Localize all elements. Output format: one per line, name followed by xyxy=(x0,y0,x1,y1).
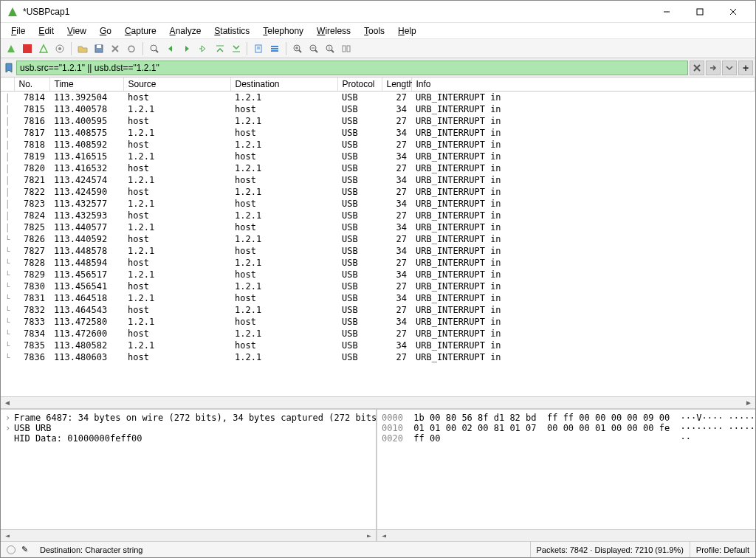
svg-text:1: 1 xyxy=(328,46,331,50)
add-filter-button[interactable]: + xyxy=(738,61,753,75)
packet-list[interactable]: No. Time Source Destination Protocol Len… xyxy=(1,78,755,396)
go-to-packet-icon[interactable] xyxy=(196,41,210,56)
packet-row[interactable]: └7830113.456541host1.2.1USB27URB_INTERRU… xyxy=(1,280,755,292)
menu-help[interactable]: Help xyxy=(392,24,422,38)
packet-details-pane[interactable]: ›Frame 6487: 34 bytes on wire (272 bits)… xyxy=(1,410,377,541)
restart-capture-icon[interactable] xyxy=(36,41,51,56)
packet-row[interactable]: │7816113.400595host1.2.1USB27URB_INTERRU… xyxy=(1,115,755,127)
statusbar: ✎ Destination: Character string Packets:… xyxy=(1,541,755,557)
colorize-icon[interactable] xyxy=(267,41,282,56)
status-packets: Packets: 7842 · Displayed: 7210 (91.9%) xyxy=(531,542,690,557)
svg-line-23 xyxy=(299,50,301,52)
bookmark-icon[interactable] xyxy=(3,61,15,75)
apply-filter-icon[interactable] xyxy=(706,61,721,75)
titlebar: *USBPcap1 xyxy=(1,1,755,23)
zoom-in-icon[interactable] xyxy=(290,41,305,56)
save-file-icon[interactable] xyxy=(92,41,106,56)
svg-line-27 xyxy=(315,50,317,52)
menu-edit[interactable]: Edit xyxy=(32,24,60,38)
details-usb-line[interactable]: USB URB xyxy=(14,423,52,433)
go-last-icon[interactable] xyxy=(228,41,243,56)
svg-rect-1 xyxy=(697,9,703,15)
packet-row[interactable]: │7821113.4245741.2.1hostUSB34URB_INTERRU… xyxy=(1,174,755,186)
packet-row[interactable]: └7828113.448594host1.2.1USB27URB_INTERRU… xyxy=(1,257,755,269)
menu-file[interactable]: File xyxy=(5,24,31,38)
menu-wireless[interactable]: Wireless xyxy=(311,24,357,38)
hex-line[interactable]: 0020 ff 00 ·· xyxy=(382,433,756,444)
edit-icon[interactable]: ✎ xyxy=(21,545,28,554)
details-hid-line[interactable]: HID Data: 01000000feff00 xyxy=(14,433,142,444)
reload-icon[interactable] xyxy=(124,41,139,56)
capture-options-icon[interactable] xyxy=(52,41,67,56)
find-packet-icon[interactable] xyxy=(147,41,162,56)
packet-row[interactable]: │7825113.4405771.2.1hostUSB34URB_INTERRU… xyxy=(1,221,755,233)
open-file-icon[interactable] xyxy=(75,41,90,56)
svg-rect-33 xyxy=(347,46,350,52)
menu-statistics[interactable]: Statistics xyxy=(208,24,255,38)
menu-go[interactable]: Go xyxy=(94,24,117,38)
packet-row[interactable]: │7817113.4085751.2.1hostUSB34URB_INTERRU… xyxy=(1,127,755,139)
resize-columns-icon[interactable] xyxy=(339,41,354,56)
details-frame-line[interactable]: Frame 6487: 34 bytes on wire (272 bits),… xyxy=(14,413,376,423)
packet-row[interactable]: └7836113.480603host1.2.1USB27URB_INTERRU… xyxy=(1,351,755,363)
column-header-time[interactable]: Time xyxy=(49,78,123,92)
menu-analyze[interactable]: Analyze xyxy=(164,24,207,38)
clear-filter-icon[interactable] xyxy=(690,61,704,75)
packet-row[interactable]: └7833113.4725801.2.1hostUSB34URB_INTERRU… xyxy=(1,316,755,328)
menu-telephony[interactable]: Telephony xyxy=(257,24,309,38)
maximize-button[interactable] xyxy=(683,1,716,22)
stop-capture-icon[interactable] xyxy=(20,41,35,56)
packet-list-hscroll[interactable]: ◄► xyxy=(1,396,755,408)
svg-rect-20 xyxy=(271,48,278,49)
hex-line[interactable]: 0000 1b 00 80 56 8f d1 82 bd ff ff 00 00… xyxy=(382,413,756,423)
packet-row[interactable]: └7834113.472600host1.2.1USB27URB_INTERRU… xyxy=(1,328,755,340)
packet-row[interactable]: │7824113.432593host1.2.1USB27URB_INTERRU… xyxy=(1,210,755,221)
close-button[interactable] xyxy=(716,1,749,22)
svg-point-6 xyxy=(58,47,61,50)
toolbar: 1 xyxy=(1,39,755,58)
go-forward-icon[interactable] xyxy=(179,41,194,56)
packet-bytes-pane[interactable]: 0000 1b 00 80 56 8f d1 82 bd ff ff 00 00… xyxy=(377,410,756,541)
hex-hscroll[interactable]: ◄► xyxy=(377,529,756,541)
packet-row[interactable]: └7835113.4805821.2.1hostUSB34URB_INTERRU… xyxy=(1,340,755,351)
minimize-button[interactable] xyxy=(650,1,683,22)
display-filter-input[interactable] xyxy=(16,61,688,75)
packet-row[interactable]: │7818113.408592host1.2.1USB27URB_INTERRU… xyxy=(1,139,755,151)
close-file-icon[interactable] xyxy=(108,41,123,56)
packet-row[interactable]: └7831113.4645181.2.1hostUSB34URB_INTERRU… xyxy=(1,292,755,304)
menu-capture[interactable]: Capture xyxy=(119,24,162,38)
zoom-out-icon[interactable] xyxy=(306,41,321,56)
packet-row[interactable]: └7826113.440592host1.2.1USB27URB_INTERRU… xyxy=(1,233,755,245)
column-header-destination[interactable]: Destination xyxy=(230,78,337,92)
go-back-icon[interactable] xyxy=(163,41,178,56)
filter-history-icon[interactable] xyxy=(722,61,737,75)
packet-row[interactable]: └7832113.464543host1.2.1USB27URB_INTERRU… xyxy=(1,304,755,316)
svg-line-12 xyxy=(156,50,158,52)
expert-info-icon[interactable] xyxy=(7,545,16,554)
menu-view[interactable]: View xyxy=(61,24,92,38)
packet-row[interactable]: │7819113.4165151.2.1hostUSB34URB_INTERRU… xyxy=(1,151,755,162)
packet-row[interactable]: │7814113.392504host1.2.1USB27URB_INTERRU… xyxy=(1,92,755,104)
go-first-icon[interactable] xyxy=(212,41,227,56)
packet-row[interactable]: └7827113.4485781.2.1hostUSB34URB_INTERRU… xyxy=(1,245,755,257)
zoom-reset-icon[interactable]: 1 xyxy=(323,41,337,56)
status-profile[interactable]: Profile: Default xyxy=(690,542,755,557)
column-header-protocol[interactable]: Protocol xyxy=(337,78,382,92)
auto-scroll-icon[interactable] xyxy=(251,41,266,56)
column-header-length[interactable]: Length xyxy=(382,78,411,92)
menu-tools[interactable]: Tools xyxy=(358,24,391,38)
hex-line[interactable]: 0010 01 01 00 02 00 81 01 07 00 00 00 01… xyxy=(382,423,756,433)
column-header-info[interactable]: Info xyxy=(411,78,755,92)
details-hscroll[interactable]: ◄► xyxy=(1,529,376,541)
column-header-source[interactable]: Source xyxy=(123,78,230,92)
packet-row[interactable]: └7829113.4565171.2.1hostUSB34URB_INTERRU… xyxy=(1,269,755,280)
column-header-no[interactable]: No. xyxy=(14,78,49,92)
start-capture-icon[interactable] xyxy=(4,41,18,56)
packet-row[interactable]: │7815113.4005781.2.1hostUSB34URB_INTERRU… xyxy=(1,103,755,115)
menubar: FileEditViewGoCaptureAnalyzeStatisticsTe… xyxy=(1,23,755,39)
status-field-info: Destination: Character string xyxy=(34,542,531,557)
packet-row[interactable]: │7823113.4325771.2.1hostUSB34URB_INTERRU… xyxy=(1,198,755,210)
packet-row[interactable]: │7822113.424590host1.2.1USB27URB_INTERRU… xyxy=(1,186,755,198)
svg-rect-4 xyxy=(23,44,32,53)
packet-row[interactable]: │7820113.416532host1.2.1USB27URB_INTERRU… xyxy=(1,162,755,174)
